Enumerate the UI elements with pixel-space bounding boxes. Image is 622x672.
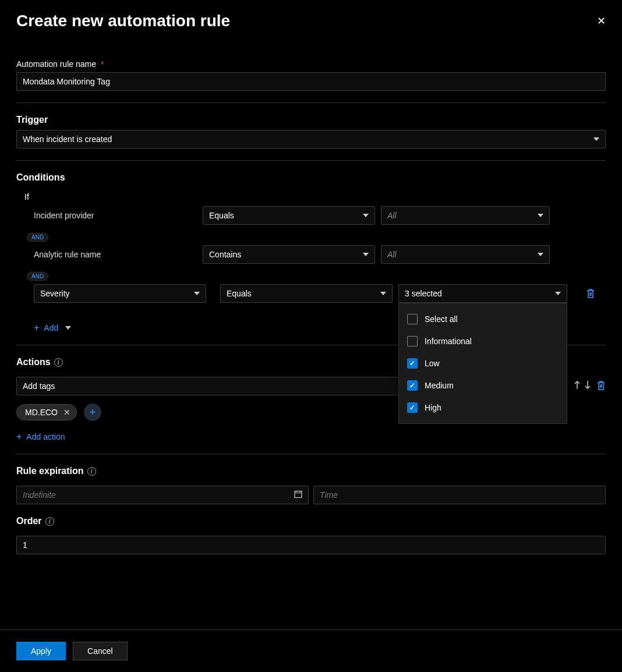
trigger-select[interactable]: When incident is created [16,130,606,148]
arrow-down-icon [584,380,592,390]
info-icon[interactable]: i [87,467,96,476]
action-reorder-controls [573,380,606,392]
severity-option-low[interactable]: Low [399,352,567,374]
condition-operator-select[interactable]: Equals [203,206,375,225]
tag-pill: MD.ECO ✕ [16,404,77,420]
severity-option-informational[interactable]: Informational [399,330,567,352]
cancel-button[interactable]: Cancel [73,642,128,660]
add-condition-button[interactable]: + Add [16,323,71,333]
page-title: Create new automation rule [16,12,230,30]
condition-value-select[interactable]: 3 selected [398,284,567,303]
and-badge: AND [27,233,48,242]
condition-operator-select[interactable]: Equals [220,284,393,303]
checkbox-checked-icon [407,380,418,391]
conditions-section: Conditions If Incident provider Equals A… [16,172,606,333]
expiration-time-input[interactable] [313,486,606,504]
order-title: Order i [16,516,606,526]
trigger-label: Trigger [16,115,606,125]
add-action-button[interactable]: + Add action [16,432,65,442]
info-icon[interactable]: i [54,358,63,367]
chevron-down-icon [65,326,71,330]
close-button[interactable]: ✕ [597,15,606,27]
plus-icon: + [34,323,39,333]
and-badge: AND [27,272,48,281]
conditions-if-label: If [24,192,606,201]
checkbox-checked-icon [407,402,418,413]
rule-name-field: Automation rule name * [16,59,606,91]
chevron-down-icon [555,292,561,295]
chevron-down-icon [593,137,599,141]
plus-icon: + [16,432,22,442]
conditions-title: Conditions [16,172,606,183]
checkbox-icon [407,336,418,346]
expiration-section: Rule expiration i [16,466,606,504]
severity-option-high[interactable]: High [399,397,567,419]
move-down-button[interactable] [584,380,592,392]
add-tag-button[interactable]: + [84,404,101,421]
tag-label: MD.ECO [25,408,58,417]
chevron-down-icon [538,214,543,217]
plus-icon: + [90,406,96,419]
remove-tag-button[interactable]: ✕ [63,408,70,417]
severity-option-medium[interactable]: Medium [399,374,567,397]
chevron-down-icon [363,253,369,256]
condition-value-select[interactable]: All [381,206,550,225]
checkbox-checked-icon [407,358,418,369]
apply-button[interactable]: Apply [16,642,66,660]
expiration-date-input[interactable] [16,486,309,504]
panel-header: Create new automation rule ✕ [16,12,606,30]
condition-value-select[interactable]: All [381,245,550,264]
checkbox-icon [407,314,418,324]
order-input[interactable] [16,536,606,554]
severity-option-select-all[interactable]: Select all [399,308,567,330]
panel-footer: Apply Cancel [0,629,622,672]
condition-row-severity: Severity Equals 3 selected Select all [16,284,606,303]
move-up-button[interactable] [573,380,581,392]
trash-icon [596,380,606,391]
chevron-down-icon [380,292,386,295]
expiration-title: Rule expiration i [16,466,606,476]
condition-row: Incident provider Equals All [16,206,606,225]
chevron-down-icon [538,253,543,256]
condition-property-select[interactable]: Severity [34,284,206,303]
order-section: Order i [16,516,606,554]
condition-property-label: Incident provider [16,211,197,220]
close-icon: ✕ [597,15,606,27]
condition-row: Analytic rule name Contains All [16,245,606,264]
trigger-field: Trigger When incident is created [16,115,606,148]
info-icon[interactable]: i [45,517,54,526]
rule-name-input[interactable] [16,72,606,91]
delete-action-button značaj[interactable] [596,380,606,392]
severity-dropdown-panel: Select all Informational Low Medium [398,303,567,424]
arrow-up-icon [573,380,581,390]
chevron-down-icon [194,292,200,295]
divider [16,102,606,103]
condition-property-label: Analytic rule name [16,250,197,259]
svg-rect-0 [295,491,302,498]
rule-name-label: Automation rule name * [16,59,606,69]
delete-condition-button[interactable] [586,288,596,299]
chevron-down-icon [363,214,369,217]
divider [16,160,606,161]
condition-operator-select[interactable]: Contains [203,245,375,264]
calendar-icon[interactable] [294,490,303,501]
required-indicator: * [101,59,104,69]
trash-icon [586,288,595,299]
divider [16,454,606,454]
